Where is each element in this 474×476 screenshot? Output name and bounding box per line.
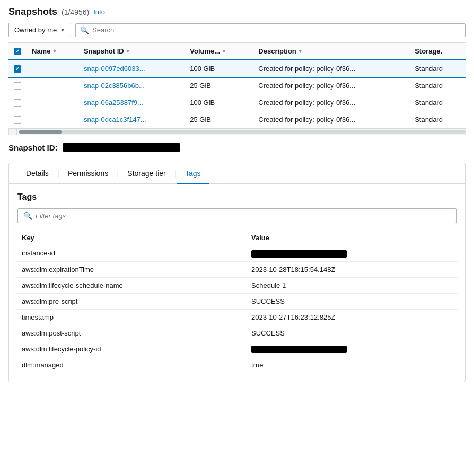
row-name: – (27, 60, 78, 77)
row-checkbox[interactable] (14, 99, 21, 107)
filter-button[interactable]: Owned by me ▼ (8, 23, 71, 37)
row-checkbox-cell[interactable] (8, 77, 27, 94)
tag-col-divider (238, 309, 247, 325)
search-input[interactable] (92, 26, 461, 34)
tab-permissions[interactable]: Permissions (59, 164, 117, 184)
tab-tags[interactable]: Tags (177, 164, 209, 184)
col-volume-label: Volume... (190, 47, 220, 55)
redacted-value (251, 250, 347, 258)
tag-col-divider (238, 261, 247, 277)
tab-details[interactable]: Details (17, 164, 57, 184)
select-all-checkbox[interactable] (14, 48, 21, 55)
tag-key: aws:dlm:expirationTime (17, 261, 238, 277)
row-storage: Standard (409, 60, 466, 77)
row-volume: 100 GiB (185, 94, 253, 111)
row-snapshot-id[interactable]: snap-06a25387f9... (78, 94, 185, 111)
detail-panel: Details | Permissions | Storage tier | T… (8, 163, 466, 382)
snapshot-id-text: Snapshot ID: (8, 143, 58, 152)
tag-value: true (247, 357, 457, 373)
tags-content: Tags 🔍 Key Value instance-idaws:dlm:expi… (9, 184, 465, 382)
tag-key: aws:dlm:lifecycle-policy-id (17, 341, 238, 357)
snapshot-id-value-redacted (63, 143, 180, 152)
row-description: Created for policy: policy-0f36... (253, 111, 409, 128)
col-divider (238, 231, 247, 245)
snapshot-id-link[interactable]: snap-0dca1c3f147... (84, 116, 146, 124)
tag-value (247, 245, 457, 262)
col-storage: Storage. (409, 43, 466, 60)
row-volume: 100 GiB (185, 60, 253, 77)
page-count: (1/4956) (62, 8, 89, 16)
row-volume: 25 GiB (185, 77, 253, 94)
collapse-panel-button[interactable]: ‹ (8, 129, 17, 135)
row-snapshot-id[interactable]: snap-0097ed6033... (78, 60, 185, 77)
col-description-label: Description (258, 47, 296, 55)
table-row[interactable]: –snap-06a25387f9...100 GiBCreated for po… (8, 94, 466, 111)
sort-icon-volume: ▼ (222, 49, 226, 54)
tag-col-divider (238, 293, 247, 309)
col-snapshot-id-label: Snapshot ID (84, 47, 124, 55)
tags-table-row: aws:dlm:expirationTime2023-10-28T18:15:5… (17, 261, 457, 277)
tag-value: 2023-10-27T16:23:12.825Z (247, 309, 457, 325)
row-name: – (27, 111, 78, 128)
horizontal-scrollbar[interactable] (19, 130, 466, 134)
tags-table-row: instance-id (17, 245, 457, 262)
select-all-header[interactable] (8, 43, 27, 60)
scrollbar-thumb (19, 130, 62, 134)
filter-tags-box[interactable]: 🔍 (17, 208, 457, 223)
row-checkbox[interactable] (14, 82, 21, 90)
table-row[interactable]: –snap-0097ed6033...100 GiBCreated for po… (8, 60, 466, 77)
row-description: Created for policy: policy-0f36... (253, 77, 409, 94)
snapshots-table-wrapper: Name ▼ Snapshot ID ▼ Vol (8, 42, 466, 135)
filter-label: Owned by me (14, 26, 57, 34)
sort-icon-description: ▼ (298, 49, 303, 54)
row-checkbox[interactable] (14, 116, 21, 124)
sort-icon-name: ▼ (52, 49, 57, 54)
row-storage: Standard (409, 94, 466, 111)
row-checkbox[interactable] (14, 65, 21, 73)
chevron-down-icon: ▼ (60, 27, 65, 33)
snapshots-table: Name ▼ Snapshot ID ▼ Vol (8, 42, 466, 128)
top-section: Snapshots (1/4956) Info Owned by me ▼ 🔍 (0, 0, 474, 135)
row-snapshot-id[interactable]: snap-02c3856b6b... (78, 77, 185, 94)
snapshot-id-link[interactable]: snap-06a25387f9... (84, 99, 143, 107)
col-volume: Volume... ▼ (185, 43, 253, 60)
tag-key: instance-id (17, 245, 238, 262)
row-checkbox-cell[interactable] (8, 60, 27, 77)
tag-value: 2023-10-28T18:15:54.148Z (247, 261, 457, 277)
row-checkbox-cell[interactable] (8, 111, 27, 128)
tag-col-divider (238, 341, 247, 357)
snapshot-id-link[interactable]: snap-02c3856b6b... (84, 82, 145, 90)
tags-col-key: Key (17, 231, 238, 245)
redacted-value (251, 346, 347, 353)
tag-col-divider (238, 277, 247, 293)
row-description: Created for policy: policy-0f36... (253, 60, 409, 77)
tag-key: timestamp (17, 309, 238, 325)
tags-col-value: Value (247, 231, 457, 245)
snapshot-id-label-row: Snapshot ID: (8, 143, 466, 152)
col-snapshot-id: Snapshot ID ▼ (78, 43, 185, 60)
row-snapshot-id[interactable]: snap-0dca1c3f147... (78, 111, 185, 128)
search-box[interactable]: 🔍 (75, 23, 466, 37)
filter-tags-input[interactable] (36, 212, 451, 220)
tag-value: SUCCESS (247, 293, 457, 309)
tag-value: Schedule 1 (247, 277, 457, 293)
tag-value (247, 341, 457, 357)
tag-col-divider (238, 357, 247, 373)
row-description: Created for policy: policy-0f36... (253, 94, 409, 111)
tag-key: aws:dlm:post-script (17, 325, 238, 341)
snapshot-id-link[interactable]: snap-0097ed6033... (84, 65, 145, 73)
table-row[interactable]: –snap-0dca1c3f147...25 GiBCreated for po… (8, 111, 466, 128)
info-link[interactable]: Info (93, 8, 105, 16)
tabs-bar: Details | Permissions | Storage tier | T… (9, 163, 465, 184)
row-checkbox-cell[interactable] (8, 94, 27, 111)
sort-icon-snapshot-id: ▼ (126, 49, 130, 54)
tag-key: aws:dlm:lifecycle-schedule-name (17, 277, 238, 293)
table-row[interactable]: –snap-02c3856b6b...25 GiBCreated for pol… (8, 77, 466, 94)
snapshot-id-section: Snapshot ID: (0, 135, 474, 158)
row-name: – (27, 77, 78, 94)
tab-storage-tier[interactable]: Storage tier (119, 164, 174, 184)
tag-key: dlm:managed (17, 357, 238, 373)
col-description: Description ▼ (253, 43, 409, 60)
tags-table-row: timestamp2023-10-27T16:23:12.825Z (17, 309, 457, 325)
page-header: Snapshots (1/4956) Info (8, 6, 466, 17)
